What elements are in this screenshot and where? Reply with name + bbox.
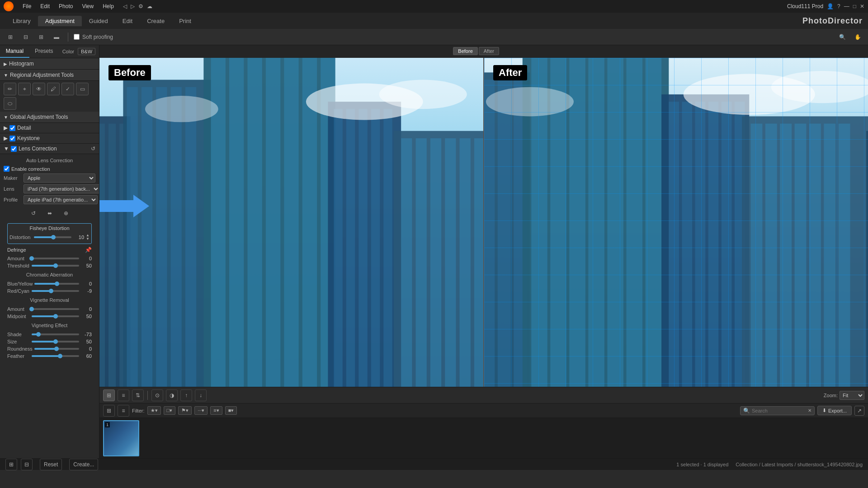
detail-row[interactable]: ▶ Detail [0, 123, 99, 133]
profile-dropdown[interactable]: Apple iPad (7th generatio... [24, 195, 98, 204]
user-icon[interactable]: 👤 [827, 3, 834, 9]
keystone-checkbox[interactable] [9, 136, 15, 141]
size-slider[interactable] [32, 341, 79, 343]
crop-icon[interactable]: ⊕ [60, 207, 72, 220]
film-thumb-1[interactable]: 1 [103, 420, 139, 456]
filmstrip-list-btn[interactable]: ≡ [118, 389, 129, 401]
view-grid-icon[interactable]: ⊞ [35, 31, 47, 43]
view-filmstrip-icon[interactable]: ▬ [51, 31, 62, 43]
rotate-icon[interactable]: ↺ [27, 207, 40, 220]
histogram-section[interactable]: ▶ Histogram [0, 58, 99, 70]
menu-edit[interactable]: Edit [38, 2, 52, 10]
search-input[interactable] [752, 408, 806, 413]
amount-slider[interactable] [32, 258, 79, 259]
help-icon[interactable]: ? [837, 3, 840, 9]
settings-icon[interactable]: ⚙ [138, 3, 143, 9]
soft-proofing-checkbox[interactable] [74, 34, 80, 40]
filter-more-btn[interactable]: ···▾ [194, 406, 208, 415]
up-btn[interactable]: ↑ [180, 389, 192, 401]
global-tools-section[interactable]: ▼ Global Adjustment Tools [0, 112, 99, 123]
defringe-pin-icon[interactable]: 📌 [85, 247, 92, 253]
pen-tool[interactable]: 🖊 [47, 83, 60, 95]
undo-icon[interactable]: ◁ [123, 3, 127, 9]
lens-dropdown[interactable]: iPad (7th generation) back... [24, 184, 99, 193]
distortion-stepper[interactable]: ▲ ▼ [86, 234, 90, 241]
vignette-midpoint-slider[interactable] [32, 315, 79, 317]
filmstrip: 1 [99, 418, 868, 458]
ellipse-tool[interactable]: ⬭ [4, 97, 16, 110]
rect-tool[interactable]: ▭ [76, 83, 89, 95]
filter-view-btn1[interactable]: ⊞ [103, 405, 115, 417]
red-cyan-slider[interactable] [32, 290, 79, 292]
hand-icon[interactable]: ✋ [852, 31, 863, 43]
compare-btn[interactable]: ⊙ [151, 389, 163, 401]
vignette-removal-title: Vignette Removal [4, 297, 95, 303]
distortion-down[interactable]: ▼ [86, 237, 90, 241]
maximize-btn[interactable]: □ [853, 3, 856, 9]
blue-yellow-slider[interactable] [34, 283, 79, 285]
create-btn[interactable]: Create... [69, 459, 98, 470]
reset-btn[interactable]: Reset [40, 459, 62, 470]
global-label: Global Adjustment Tools [10, 114, 68, 120]
filter-rect-btn[interactable]: □▾ [164, 406, 176, 415]
tab-guided[interactable]: Guided [82, 16, 115, 26]
filter-view-btn2[interactable]: ≡ [118, 405, 129, 417]
down-btn[interactable]: ↓ [195, 389, 207, 401]
filter-list-btn[interactable]: ≡▾ [210, 406, 222, 415]
tab-create[interactable]: Create [140, 16, 172, 26]
before-tab[interactable]: Before [453, 47, 477, 55]
filmstrip-sort-btn[interactable]: ⇅ [132, 389, 144, 401]
svg-rect-4 [99, 124, 105, 387]
menu-photo[interactable]: Photo [57, 2, 75, 10]
tab-manual[interactable]: Manual [0, 45, 29, 58]
regional-tools-section[interactable]: ▼ Regional Adjustment Tools [0, 70, 99, 81]
tab-print[interactable]: Print [172, 16, 198, 26]
check-tool[interactable]: ✓ [61, 83, 74, 95]
menu-view[interactable]: View [80, 2, 95, 10]
minimize-btn[interactable]: — [844, 3, 849, 9]
zoom-icon[interactable]: 🔍 [836, 31, 848, 43]
shade-slider[interactable] [32, 333, 79, 335]
tab-library[interactable]: Library [5, 16, 38, 26]
b-compare-btn[interactable]: ◑ [166, 389, 178, 401]
tab-adjustment[interactable]: Adjustment [38, 16, 82, 26]
distortion-slider[interactable] [34, 236, 71, 238]
flip-icon[interactable]: ⬌ [43, 207, 56, 220]
tab-presets[interactable]: Presets [29, 45, 59, 58]
detail-checkbox[interactable] [9, 125, 15, 131]
threshold-slider[interactable] [32, 265, 79, 267]
lasso-tool[interactable]: ⌖ [18, 83, 31, 95]
view-compare-icon[interactable]: ⊟ [20, 31, 32, 43]
export-share-btn[interactable]: ↗ [854, 406, 864, 416]
lens-checkbox[interactable] [11, 146, 17, 152]
filter-flag-btn[interactable]: ⚑▾ [178, 406, 192, 415]
zoom-select[interactable]: Fit 25% 50% 100% 200% [840, 391, 864, 400]
app-title: PhotoDirector [802, 16, 863, 26]
enable-correction-checkbox[interactable] [4, 166, 9, 172]
status-icon-1[interactable]: ⊞ [5, 459, 17, 470]
roundness-slider[interactable] [34, 348, 79, 350]
maker-dropdown[interactable]: Apple [24, 174, 95, 183]
feather-slider[interactable] [32, 355, 79, 357]
brush-tool[interactable]: ✏ [4, 83, 16, 95]
search-clear-btn[interactable]: ✕ [808, 408, 811, 413]
filter-star-btn[interactable]: ★▾ [147, 406, 161, 415]
lens-correction-row[interactable]: ▼ Lens Correction ↺ [0, 144, 99, 154]
menu-file[interactable]: File [21, 2, 33, 10]
vignette-amount-slider[interactable] [32, 308, 79, 310]
view-single-icon[interactable]: ⊞ [5, 31, 16, 43]
eye-tool[interactable]: 👁 [33, 83, 45, 95]
close-btn[interactable]: ✕ [860, 3, 864, 9]
lens-reset-icon[interactable]: ↺ [91, 145, 95, 152]
status-icon-2[interactable]: ⊟ [21, 459, 33, 470]
keystone-row[interactable]: ▶ Keystone [0, 133, 99, 144]
redo-icon[interactable]: ▷ [131, 3, 135, 9]
tab-edit[interactable]: Edit [115, 16, 140, 26]
filmstrip-grid-btn[interactable]: ⊞ [103, 389, 115, 401]
menu-help[interactable]: Help [101, 2, 116, 10]
filter-square-btn[interactable]: ■▾ [225, 406, 237, 415]
export-btn[interactable]: ⬇ Export... [817, 406, 852, 415]
after-tab[interactable]: After [479, 47, 499, 55]
bw-btn[interactable]: B&W [78, 48, 95, 55]
cloud-icon[interactable]: ☁ [147, 3, 152, 9]
